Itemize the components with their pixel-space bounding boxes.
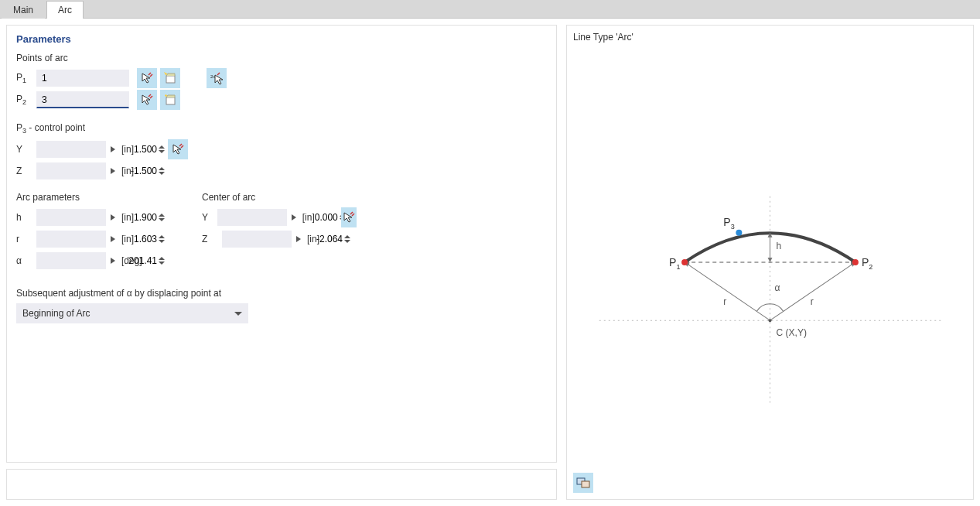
center-of-arc-label: Center of arc xyxy=(202,192,357,203)
p3-y-input[interactable] xyxy=(39,143,159,156)
p3-y-row: Y [in] xyxy=(16,139,547,159)
p3-z-input-wrap xyxy=(36,162,106,179)
center-y-unit: [in] xyxy=(302,212,315,223)
r-play-button[interactable] xyxy=(111,236,115,242)
p2-input[interactable] xyxy=(36,91,129,108)
svg-point-26 xyxy=(681,259,688,265)
footer-panel xyxy=(6,469,557,500)
display-settings-button[interactable] xyxy=(573,473,593,493)
adjustment-value: Beginning of Arc xyxy=(22,308,90,319)
svg-text:C (X,Y): C (X,Y) xyxy=(777,327,807,338)
r-unit: [in] xyxy=(121,234,134,244)
svg-line-18 xyxy=(350,212,353,214)
preview-title: Line Type 'Arc' xyxy=(573,32,967,43)
points-of-arc-label: Points of arc xyxy=(16,53,547,63)
svg-point-27 xyxy=(852,259,859,265)
center-y-input[interactable] xyxy=(220,211,340,224)
svg-point-29 xyxy=(768,319,771,322)
svg-line-8 xyxy=(217,73,220,75)
r-spinner[interactable] xyxy=(159,231,165,248)
p1-row: P1 2x xyxy=(16,68,547,88)
arc-parameters-label: Arc parameters xyxy=(16,192,171,203)
h-play-button[interactable] xyxy=(111,214,115,221)
p3-y-spinner[interactable] xyxy=(159,141,165,158)
svg-line-19 xyxy=(352,214,354,216)
h-unit: [in] xyxy=(121,212,134,223)
svg-line-1 xyxy=(149,73,151,75)
svg-line-2 xyxy=(150,74,152,77)
p3-y-input-wrap xyxy=(36,141,106,158)
svg-text:P2: P2 xyxy=(862,256,872,271)
svg-text:2x: 2x xyxy=(210,74,215,79)
alpha-label: α xyxy=(16,255,36,266)
alpha-play-button[interactable] xyxy=(111,258,115,264)
adjustment-label: Subsequent adjustment of α by displacing… xyxy=(16,288,547,299)
p3-z-spinner[interactable] xyxy=(159,162,165,179)
svg-line-11 xyxy=(150,96,152,98)
svg-text:r: r xyxy=(723,296,726,307)
arc-center-columns: Arc parameters h [in] r [in] α xyxy=(16,189,547,272)
svg-text:α: α xyxy=(775,282,780,293)
center-z-input[interactable] xyxy=(225,233,344,245)
p3-y-label: Y xyxy=(16,144,36,155)
pick-center-button[interactable] xyxy=(341,207,357,227)
arc-diagram: P1 P2 P3 h r r α C (X,Y) xyxy=(567,49,973,499)
alpha-spinner[interactable] xyxy=(159,252,165,269)
center-y-label: Y xyxy=(202,212,217,223)
center-of-arc-col: Center of arc Y [in] Z xyxy=(202,189,357,272)
p3-y-play-button[interactable] xyxy=(111,146,115,152)
content: Parameters Points of arc P1 2x P2 xyxy=(0,19,980,506)
preview-panel: Line Type 'Arc' xyxy=(566,25,974,500)
svg-point-28 xyxy=(736,230,742,236)
p3-z-input[interactable] xyxy=(39,165,159,177)
tab-bar: Main Arc xyxy=(0,0,980,19)
svg-line-24 xyxy=(770,262,855,320)
svg-line-23 xyxy=(685,262,770,320)
pick-point-p2-button[interactable] xyxy=(137,90,157,110)
chevron-down-icon xyxy=(234,312,242,316)
parameters-panel: Parameters Points of arc P1 2x P2 xyxy=(6,25,557,463)
r-input[interactable] xyxy=(39,233,159,245)
alpha-unit: [deg] xyxy=(121,255,142,266)
svg-text:h: h xyxy=(777,241,782,251)
p3-z-play-button[interactable] xyxy=(111,168,115,174)
h-label: h xyxy=(16,212,36,223)
arc-parameters-col: Arc parameters h [in] r [in] α xyxy=(16,189,171,272)
parameters-title: Parameters xyxy=(16,33,547,45)
pick-two-points-button[interactable]: 2x xyxy=(207,68,227,88)
adjustment-select[interactable]: Beginning of Arc xyxy=(16,303,248,323)
p1-label: P1 xyxy=(16,72,36,84)
p2-row: P2 xyxy=(16,90,547,110)
p3-control-label: P3 - control point xyxy=(16,122,547,135)
svg-text:P1: P1 xyxy=(669,256,680,271)
r-label: r xyxy=(16,234,36,244)
pick-point-p1-button[interactable] xyxy=(137,68,157,88)
p3-z-unit: [in] xyxy=(121,166,134,176)
svg-line-10 xyxy=(149,94,151,97)
svg-rect-39 xyxy=(582,481,589,487)
p3-z-label: Z xyxy=(16,166,36,176)
h-spinner[interactable] xyxy=(159,209,165,226)
p2-label: P2 xyxy=(16,94,36,106)
h-input[interactable] xyxy=(39,211,159,224)
pick-p3-button[interactable] xyxy=(168,139,188,159)
svg-marker-7 xyxy=(215,75,223,84)
new-point-p2-button[interactable] xyxy=(160,90,180,110)
new-point-p1-button[interactable] xyxy=(160,68,180,88)
svg-line-16 xyxy=(181,145,183,148)
tab-main[interactable]: Main xyxy=(2,1,45,19)
p3-z-row: Z [in] xyxy=(16,161,547,181)
center-z-unit: [in] xyxy=(307,234,319,244)
p3-y-unit: [in] xyxy=(121,144,134,155)
center-z-play-button[interactable] xyxy=(296,236,301,242)
svg-text:r: r xyxy=(811,296,814,307)
svg-rect-12 xyxy=(166,97,175,104)
tab-arc[interactable]: Arc xyxy=(46,1,84,19)
svg-rect-3 xyxy=(166,76,175,83)
left-column: Parameters Points of arc P1 2x P2 xyxy=(6,25,557,500)
center-y-play-button[interactable] xyxy=(292,214,296,221)
p1-input[interactable] xyxy=(36,70,129,87)
center-z-spinner[interactable] xyxy=(344,231,350,248)
svg-line-15 xyxy=(179,144,182,146)
svg-text:P3: P3 xyxy=(723,216,734,231)
